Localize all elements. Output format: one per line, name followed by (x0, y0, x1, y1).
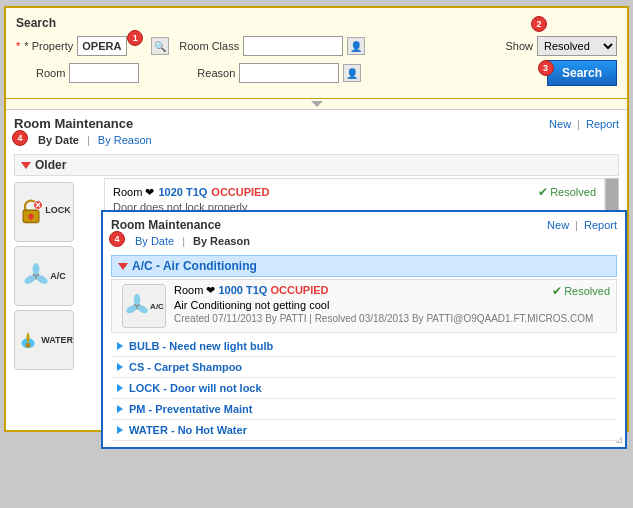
reason-pm-arrow-icon (117, 405, 123, 413)
rm-inner-links: New | Report (547, 219, 617, 231)
reason-item-bulb[interactable]: BULB - Need new light bulb (111, 336, 617, 357)
rm-outer-tab-by-date[interactable]: By Date (38, 134, 79, 150)
search-button[interactable]: Search (547, 60, 617, 86)
reason-cs-arrow-icon (117, 363, 123, 371)
ac-collapse-arrow-icon (118, 263, 128, 270)
search-row-2: Room Reason 👤 3 Search (16, 60, 617, 86)
reason-label-bulb: BULB - Need new light bulb (129, 340, 273, 352)
room-maintenance-outer: Room Maintenance New | Report 4 By Date … (6, 110, 627, 430)
reason-item-lock[interactable]: LOCK - Door will not lock (111, 378, 617, 399)
rm-inner-header: Room Maintenance New | Report (111, 218, 617, 232)
lock-svg-icon (17, 198, 45, 226)
fan-inner-svg-icon (124, 293, 150, 319)
rm-outer-header: Room Maintenance New | Report (14, 116, 619, 131)
reason-item-cs[interactable]: CS - Carpet Shampoo (111, 357, 617, 378)
required-star: * (16, 40, 20, 52)
room-class-search-icon[interactable]: 👤 (347, 37, 365, 55)
ac-room-line: Room ❤ 1000 T1Q OCCUPIED ✔ Resolved (174, 284, 610, 297)
reason-arrow-icon (117, 342, 123, 350)
rm-outer-title: Room Maintenance (14, 116, 133, 131)
ac-outer-label: A/C (50, 271, 66, 281)
rm-outer-tab-by-reason[interactable]: By Reason (98, 134, 152, 150)
svg-point-14 (134, 294, 141, 305)
ac-room-number: 1000 T1Q (218, 284, 267, 296)
reason-item-pm[interactable]: PM - Preventative Maint (111, 399, 617, 420)
badge-1: 1 (127, 30, 143, 46)
reason-lock-arrow-icon (117, 384, 123, 392)
ac-group-label: A/C - Air Conditioning (132, 259, 257, 273)
ac-check-icon: ✔ (552, 284, 562, 298)
search-title: Search (16, 16, 617, 30)
reason-search-icon[interactable]: 👤 (343, 64, 361, 82)
reason-item-water[interactable]: WATER - No Hot Water (111, 420, 617, 441)
rm-inner-title: Room Maintenance (111, 218, 221, 232)
reason-list: BULB - Need new light bulb CS - Carpet S… (111, 336, 617, 441)
rm-inner-panel: Room Maintenance New | Report 4 By Date … (101, 210, 627, 449)
maint-item-lock-content: Room ❤ 1020 T1Q OCCUPIED ✔ Resolved Door… (113, 185, 596, 213)
room-field-group: Room (16, 63, 139, 83)
room-label: Room (36, 67, 65, 79)
ac-inner-label: A/C (150, 302, 164, 311)
main-container: Search 2 * * Property OPERA 1 🔍 Room Cla… (4, 6, 629, 432)
lock-occupied-status: OCCUPIED (211, 186, 269, 198)
badge-3: 3 (538, 60, 554, 76)
room-class-field-group: Room Class 👤 (179, 36, 365, 56)
svg-point-8 (33, 263, 40, 275)
room-class-input[interactable] (243, 36, 343, 56)
water-svg-icon (15, 326, 41, 354)
water-icon-container: WATER (14, 310, 74, 370)
rm-outer-report-link[interactable]: Report (586, 118, 619, 130)
rm-inner-badge-4: 4 (109, 231, 125, 247)
lock-label: LOCK (45, 205, 71, 215)
rm-inner-tab-by-date[interactable]: By Date (135, 235, 174, 251)
rm-inner-tab-by-reason[interactable]: By Reason (193, 235, 250, 251)
ac-description: Air Conditioning not getting cool (174, 299, 610, 311)
ac-detail: Room ❤ 1000 T1Q OCCUPIED ✔ Resolved Air … (174, 284, 610, 324)
rm-outer-view-tabs: 4 By Date | By Reason (14, 134, 619, 150)
fan-outer-svg-icon (22, 262, 50, 290)
ac-room-prefix: Room ❤ (174, 284, 218, 296)
property-label: * * Property (16, 40, 73, 52)
rm-inner-new-link[interactable]: New (547, 219, 569, 231)
maint-item-lock-room-line: Room ❤ 1020 T1Q OCCUPIED ✔ Resolved (113, 185, 596, 199)
search-row-1: * * Property OPERA 1 🔍 Room Class 👤 Show… (16, 36, 617, 56)
room-class-label: Room Class (179, 40, 239, 52)
svg-rect-12 (26, 343, 31, 347)
rm-outer-new-link[interactable]: New (549, 118, 571, 130)
ac-resolved-status: ✔ Resolved (552, 284, 610, 298)
rm-outer-links: New | Report (549, 118, 619, 130)
lock-icon-container: LOCK (14, 182, 74, 242)
icon-column: LOCK A/C (14, 178, 104, 374)
reason-label-water: WATER - No Hot Water (129, 424, 247, 436)
ac-created-line: Created 07/11/2013 By PATTI | Resolved 0… (174, 313, 610, 324)
rm-outer-badge-4: 4 (12, 130, 28, 146)
rm-inner-group-ac[interactable]: A/C - Air Conditioning (111, 255, 617, 277)
rm-inner-view-tabs: 4 By Date | By Reason (111, 235, 617, 251)
room-prefix: Room ❤ (113, 186, 154, 199)
panel-divider (6, 99, 627, 110)
show-group: Show Resolved Open All (505, 36, 617, 56)
property-search-icon[interactable]: 🔍 (151, 37, 169, 55)
rm-outer-group-older[interactable]: Older (14, 154, 619, 176)
property-value: OPERA (77, 36, 127, 56)
lock-room-number: 1020 T1Q (158, 186, 207, 198)
resize-handle[interactable]: ⊿ (615, 434, 623, 445)
reason-input[interactable] (239, 63, 339, 83)
show-select[interactable]: Resolved Open All (537, 36, 617, 56)
ac-icon-container-inner: A/C (122, 284, 166, 328)
group-older-label: Older (35, 158, 66, 172)
ac-occupied-status: OCCUPIED (270, 284, 328, 296)
reason-water-arrow-icon (117, 426, 123, 434)
show-label: Show (505, 40, 533, 52)
badge-2: 2 (531, 16, 547, 32)
rm-inner-report-link[interactable]: Report (584, 219, 617, 231)
lock-resolved-status: ✔ Resolved (538, 185, 596, 199)
water-label: WATER (41, 335, 73, 345)
search-panel: Search 2 * * Property OPERA 1 🔍 Room Cla… (6, 8, 627, 99)
reason-field-group: Reason 👤 (197, 63, 361, 83)
reason-label-cs: CS - Carpet Shampoo (129, 361, 242, 373)
ac-icon-container-outer: A/C (14, 246, 74, 306)
check-icon: ✔ (538, 185, 548, 199)
reason-label: Reason (197, 67, 235, 79)
room-input[interactable] (69, 63, 139, 83)
